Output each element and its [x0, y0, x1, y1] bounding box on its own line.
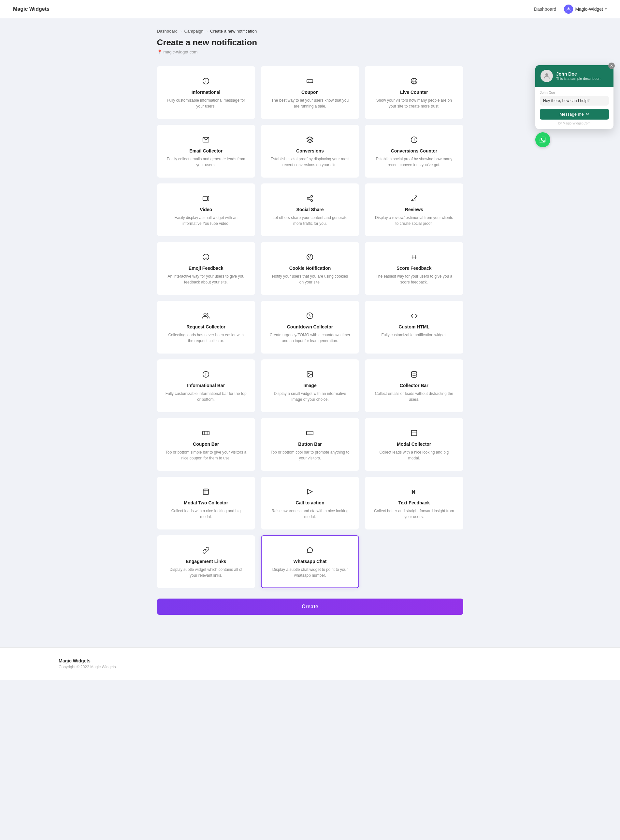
widget-name-whatsapp-chat: Whatsapp Chat — [269, 559, 351, 564]
widget-card-text-feedback[interactable]: HText FeedbackCollect better and straigh… — [365, 477, 463, 530]
create-btn-wrap: Create — [157, 599, 463, 615]
chat-footer: by Magic-Widget.Com — [540, 122, 609, 125]
widget-name-reviews: Reviews — [373, 207, 454, 212]
widget-name-video: Video — [166, 207, 247, 212]
create-button[interactable]: Create — [157, 599, 463, 615]
chat-overlay-wrap: John Doe This is a sample description. J… — [535, 65, 614, 147]
widget-name-collector-bar: Collector Bar — [373, 383, 454, 388]
engagement-links-icon — [166, 545, 247, 555]
svg-line-15 — [309, 199, 311, 200]
widget-card-engagement-links[interactable]: Engagement LinksDisplay subtle widget wh… — [157, 535, 255, 588]
svg-point-43 — [545, 73, 548, 76]
widget-card-whatsapp-chat[interactable]: Whatsapp ChatDisplay a subtle chat widge… — [261, 535, 359, 588]
widget-desc-score-feedback: The easiest way for your users to give y… — [373, 273, 454, 285]
navbar-user-name: Magic-Widget — [575, 6, 603, 12]
svg-point-0 — [568, 7, 569, 9]
widget-card-reviews[interactable]: ReviewsDisplay a review/testimonial from… — [365, 184, 463, 236]
page-subtitle: 📍 magic-widget.com — [157, 50, 463, 54]
breadcrumb-dashboard[interactable]: Dashboard — [157, 29, 178, 33]
widget-name-modal-collector: Modal Collector — [373, 441, 454, 447]
widget-name-informational-bar: Informational Bar — [166, 383, 247, 388]
navbar-user[interactable]: Magic-Widget ▾ — [564, 5, 607, 14]
widget-card-request-collector[interactable]: Request CollectorCollecting leads has ne… — [157, 301, 255, 354]
widget-card-conversions-counter[interactable]: Conversions CounterEstablish social proo… — [365, 125, 463, 178]
svg-point-30 — [308, 373, 310, 374]
breadcrumb-current: Create a new notification — [210, 29, 257, 33]
widget-card-emoji-feedback[interactable]: Emoji FeedbackAn interactive way for you… — [157, 242, 255, 295]
widget-card-informational[interactable]: InformationalFully customizable informat… — [157, 66, 255, 119]
widget-card-collector-bar[interactable]: Collector BarCollect emails or leads wit… — [365, 360, 463, 412]
emoji-feedback-icon — [166, 252, 247, 262]
widget-desc-video: Easily display a small widget with an in… — [166, 215, 247, 226]
reviews-icon — [373, 193, 454, 204]
widget-desc-email-collector: Easily collect emails and generate leads… — [166, 156, 247, 168]
navbar-dashboard-link[interactable]: Dashboard — [534, 6, 557, 12]
navbar: Magic Widgets Dashboard Magic-Widget ▾ — [0, 0, 620, 18]
chat-bubble: Hey there, how can I help? — [540, 96, 609, 105]
widget-desc-text-feedback: Collect better and straight forward insi… — [373, 508, 454, 520]
widget-name-informational: Informational — [166, 90, 247, 95]
footer: Magic Widgets Copyright © 2022 Magic Wid… — [0, 647, 620, 680]
widget-card-conversions[interactable]: ConversionsEstablish social proof by dis… — [261, 125, 359, 178]
whatsapp-button[interactable] — [535, 132, 550, 147]
svg-rect-4 — [307, 80, 313, 83]
widget-card-video[interactable]: VideoEasily display a small widget with … — [157, 184, 255, 236]
widget-desc-call-to-action: Raise awareness and cta with a nice look… — [269, 508, 351, 520]
cookie-notification-icon — [269, 252, 351, 262]
coupon-icon — [269, 76, 351, 86]
widget-desc-modal-collector: Collect leads with a nice looking and bi… — [373, 449, 454, 461]
close-icon[interactable]: ✕ — [608, 63, 615, 69]
widget-name-image: Image — [269, 383, 351, 388]
widget-desc-collector-bar: Collect emails or leads without distract… — [373, 391, 454, 402]
widget-name-emoji-feedback: Emoji Feedback — [166, 266, 247, 271]
breadcrumb-sep2: › — [206, 29, 208, 33]
widget-card-cookie-notification[interactable]: Cookie NotificationNotify your users tha… — [261, 242, 359, 295]
widget-card-score-feedback[interactable]: Score FeedbackThe easiest way for your u… — [365, 242, 463, 295]
widget-desc-button-bar: Top or bottom cool bar to promote anythi… — [269, 449, 351, 461]
footer-copyright: Copyright © 2022 Magic Widgets. — [59, 665, 561, 669]
chevron-down-icon: ▾ — [605, 7, 607, 11]
widget-card-coupon[interactable]: CouponThe best way to let your users kno… — [261, 66, 359, 119]
widget-name-engagement-links: Engagement Links — [166, 559, 247, 564]
widget-card-coupon-bar[interactable]: Coupon BarTop or bottom simple bar to gi… — [157, 418, 255, 471]
widget-desc-request-collector: Collecting leads has never been easier w… — [166, 332, 247, 344]
widget-name-request-collector: Request Collector — [166, 324, 247, 330]
svg-point-12 — [311, 196, 313, 197]
widget-name-social-share: Social Share — [269, 207, 351, 212]
chat-body: John Doe Hey there, how can I help? Mess… — [535, 87, 614, 129]
message-me-button[interactable]: Message me ✉ — [540, 109, 609, 120]
widget-desc-modal-two-collector: Collect leads with a nice looking and bi… — [166, 508, 247, 520]
svg-rect-39 — [203, 489, 209, 495]
widget-desc-whatsapp-chat: Display a subtle chat widget to point to… — [269, 567, 351, 578]
widget-desc-custom-html: Fully customizable notification widget. — [373, 332, 454, 338]
widget-card-modal-collector[interactable]: Modal CollectorCollect leads with a nice… — [365, 418, 463, 471]
widget-card-informational-bar[interactable]: Informational BarFully customizable info… — [157, 360, 255, 412]
breadcrumb-campaign[interactable]: Campaign — [184, 29, 203, 33]
informational-bar-icon — [166, 369, 247, 379]
widget-card-email-collector[interactable]: Email CollectorEasily collect emails and… — [157, 125, 255, 178]
widget-name-modal-two-collector: Modal Two Collector — [166, 500, 247, 505]
widget-desc-informational-bar: Fully customizable informational bar for… — [166, 391, 247, 402]
svg-rect-37 — [411, 431, 417, 436]
conversions-icon — [269, 135, 351, 145]
widget-name-button-bar: Button Bar — [269, 441, 351, 447]
chat-header-name: John Doe — [556, 71, 602, 77]
modal-collector-icon — [373, 428, 454, 438]
chat-card: John Doe This is a sample description. J… — [535, 65, 614, 129]
widget-card-modal-two-collector[interactable]: Modal Two CollectorCollect leads with a … — [157, 477, 255, 530]
widget-card-call-to-action[interactable]: Call to actionRaise awareness and cta wi… — [261, 477, 359, 530]
widget-card-social-share[interactable]: Social ShareLet others share your conten… — [261, 184, 359, 236]
widget-desc-emoji-feedback: An interactive way for your users to giv… — [166, 273, 247, 285]
widget-card-live-counter[interactable]: Live CounterShow your visitors how many … — [365, 66, 463, 119]
widget-card-countdown-collector[interactable]: Countdown CollectorCreate urgency/FOMO w… — [261, 301, 359, 354]
message-icon: ✉ — [586, 112, 589, 117]
score-feedback-icon — [373, 252, 454, 262]
widget-name-coupon-bar: Coupon Bar — [166, 441, 247, 447]
widget-card-custom-html[interactable]: Custom HTMLFully customizable notificati… — [365, 301, 463, 354]
widget-card-button-bar[interactable]: Button BarTop or bottom cool bar to prom… — [261, 418, 359, 471]
email-collector-icon — [166, 135, 247, 145]
informational-icon — [166, 76, 247, 86]
svg-point-17 — [203, 254, 209, 260]
widget-card-image[interactable]: ImageDisplay a small widget with an info… — [261, 360, 359, 412]
svg-point-31 — [411, 372, 417, 373]
